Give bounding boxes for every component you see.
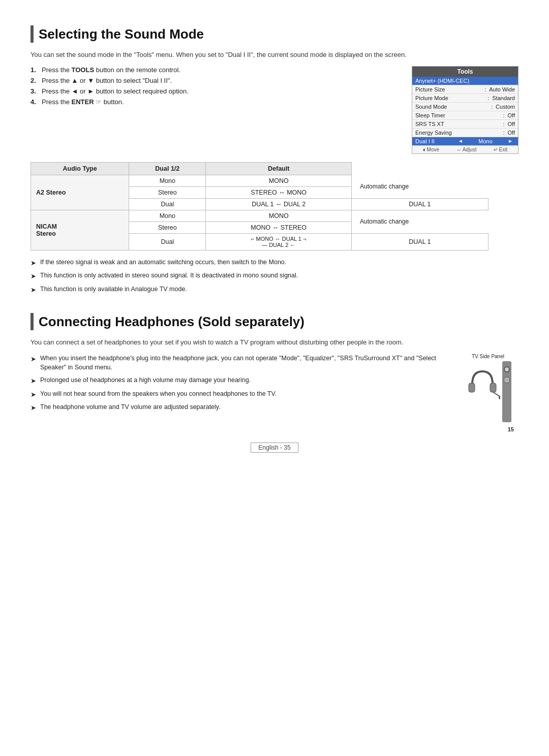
nicam-dual-note [488, 233, 518, 250]
hp-note-1: ➤ When you insert the headphone's plug i… [30, 354, 447, 373]
a2-stereo-audio: Stereo [129, 186, 206, 198]
a2-auto-note: Automatic change [352, 175, 489, 198]
tv-page-number: 15 [508, 426, 514, 432]
enter-key: ENTER [72, 98, 94, 106]
section2-title: Connecting Headphones (Sold separately) [39, 314, 304, 330]
audio-table: Audio Type Dual 1/2 Default A2 Stereo Mo… [30, 162, 518, 250]
note-2-text: This function is only activated in stere… [40, 271, 298, 280]
tools-nav-row: Dual I II ◄ Mono ► [412, 137, 518, 145]
step-1: 1. Press the TOOLS button on the remote … [30, 66, 402, 74]
step-1-num: 1. [30, 66, 39, 74]
hp-note-3: ➤ You will not hear sound from the speak… [30, 389, 447, 400]
sound-mode-label: Sound Mode [415, 104, 488, 110]
tv-side-label: TV Side Panel [458, 354, 518, 359]
dual-label: Dual I II [415, 138, 456, 144]
left-arrow-icon: ◄ [456, 138, 465, 144]
arrow-icon-1: ➤ [30, 258, 36, 268]
svg-rect-0 [469, 383, 475, 392]
section2: Connecting Headphones (Sold separately) … [30, 313, 518, 422]
tools-row-picture-size: Picture Size : Auto Wide [412, 85, 518, 94]
picture-mode-value: Standard [492, 95, 515, 101]
move-hint: ♦ Move [423, 147, 439, 152]
arrow-icon-3: ➤ [30, 285, 36, 295]
nicam-stereo-audio: Stereo [129, 222, 206, 233]
a2-dual-note [488, 198, 518, 210]
hp-arrow-2: ➤ [30, 376, 36, 386]
adjust-hint: ↔ Adjust [456, 147, 476, 152]
energy-label: Energy Saving [415, 130, 500, 136]
steps-and-menu: 1. Press the TOOLS button on the remote … [30, 66, 518, 154]
section2-header: Connecting Headphones (Sold separately) [30, 313, 518, 330]
step-2-num: 2. [30, 77, 39, 84]
picture-size-value: Auto Wide [489, 86, 515, 92]
section-bar [30, 25, 34, 43]
svg-point-3 [499, 396, 500, 399]
svg-line-2 [493, 392, 500, 397]
col-audio-type: Audio Type [31, 162, 129, 175]
hp-arrow-3: ➤ [30, 390, 36, 400]
tv-bar [502, 361, 511, 422]
nicam-stereo-dual: MONO ↔ STEREO [206, 222, 352, 233]
col-dual: Dual 1/2 [129, 162, 206, 175]
hp-note-1-text: When you insert the headphone's plug int… [40, 354, 447, 373]
tv-connector-icon [503, 376, 510, 384]
sleep-timer-value: Off [508, 112, 515, 118]
svg-rect-1 [490, 383, 496, 392]
picture-mode-label: Picture Mode [415, 95, 484, 101]
picture-size-label: Picture Size [415, 86, 481, 92]
note-3: ➤ This function is only available in Ana… [30, 285, 518, 295]
step-2: 2. Press the ▲ or ▼ button to select "Du… [30, 77, 402, 84]
exit-hint: ↵ Exit [494, 147, 507, 152]
col-note-header [352, 162, 489, 175]
step-3-num: 3. [30, 87, 39, 95]
sound-mode-value: Custom [496, 104, 515, 110]
tools-row-anynet: Anynet+ (HDMI-CEC) [412, 77, 518, 85]
step-3: 3. Press the ◄ or ► button to select req… [30, 87, 402, 95]
table-row: A2 Stereo Mono MONO Automatic change [31, 175, 518, 186]
note-2: ➤ This function is only activated in ste… [30, 271, 518, 281]
step-4: 4. Press the ENTER ☞ button. [30, 98, 402, 106]
a2-stereo-dual: STEREO ↔ MONO [206, 186, 352, 198]
tools-row-srs: SRS TS XT : Off [412, 120, 518, 129]
a2-dual-audio: Dual [129, 198, 206, 210]
sleep-timer-label: Sleep Timer [415, 112, 500, 118]
tools-row-picture-mode: Picture Mode : Standard [412, 94, 518, 103]
hp-note-3-text: You will not hear sound from the speaker… [40, 389, 277, 399]
dual-value: Mono [465, 138, 506, 144]
a2-mono-dual: MONO [206, 175, 352, 186]
nicam-dual-dual: ⌐ MONO ↔ DUAL 1 ¬— DUAL 2 ← [206, 233, 352, 250]
a2-dual-dual: DUAL 1 ↔ DUAL 2 [206, 198, 352, 210]
headphones-content: ➤ When you insert the headphone's plug i… [30, 354, 518, 422]
srs-label: SRS TS XT [415, 121, 500, 127]
headphones-text: ➤ When you insert the headphone's plug i… [30, 354, 447, 422]
steps-list: 1. Press the TOOLS button on the remote … [30, 66, 402, 154]
energy-value: Off [508, 130, 515, 136]
step-1-text: Press the TOOLS button on the remote con… [42, 66, 180, 74]
tools-row-sound-mode: Sound Mode : Custom [412, 103, 518, 111]
tools-row-sleep-timer: Sleep Timer : Off [412, 111, 518, 120]
hp-note-4-text: The headphone volume and TV volume are a… [40, 402, 221, 412]
nicam-dual-default: DUAL 1 [352, 233, 489, 250]
footer-text: English - 35 [251, 443, 298, 453]
page-footer: English - 35 [30, 443, 518, 453]
note-1: ➤ If the stereo signal is weak and an au… [30, 258, 518, 268]
nicam-mono-dual: MONO [206, 210, 352, 222]
anynet-label: Anynet+ (HDMI-CEC) [415, 78, 515, 84]
hp-note-4: ➤ The headphone volume and TV volume are… [30, 402, 447, 413]
hp-note-2-text: Prolonged use of headphones at a high vo… [40, 375, 251, 385]
tv-jack-port [504, 366, 510, 372]
tools-menu-panel: Tools Anynet+ (HDMI-CEC) Picture Size : … [412, 66, 518, 154]
nicam-auto-note: Automatic change [352, 210, 489, 233]
section1-header: Selecting the Sound Mode [30, 25, 518, 43]
arrow-icon-2: ➤ [30, 271, 36, 281]
section1-title: Selecting the Sound Mode [39, 26, 204, 42]
right-arrow-icon: ► [506, 138, 515, 144]
step-3-text: Press the ◄ or ► button to select requir… [42, 87, 189, 95]
tools-footer: ♦ Move ↔ Adjust ↵ Exit [412, 145, 518, 153]
hp-arrow-4: ➤ [30, 403, 36, 413]
tools-key: TOOLS [72, 66, 95, 74]
nicam-dual-audio: Dual [129, 233, 206, 250]
step-2-text: Press the ▲ or ▼ button to select "Dual … [42, 77, 172, 84]
srs-value: Off [508, 121, 515, 127]
nicam-mono-audio: Mono [129, 210, 206, 222]
